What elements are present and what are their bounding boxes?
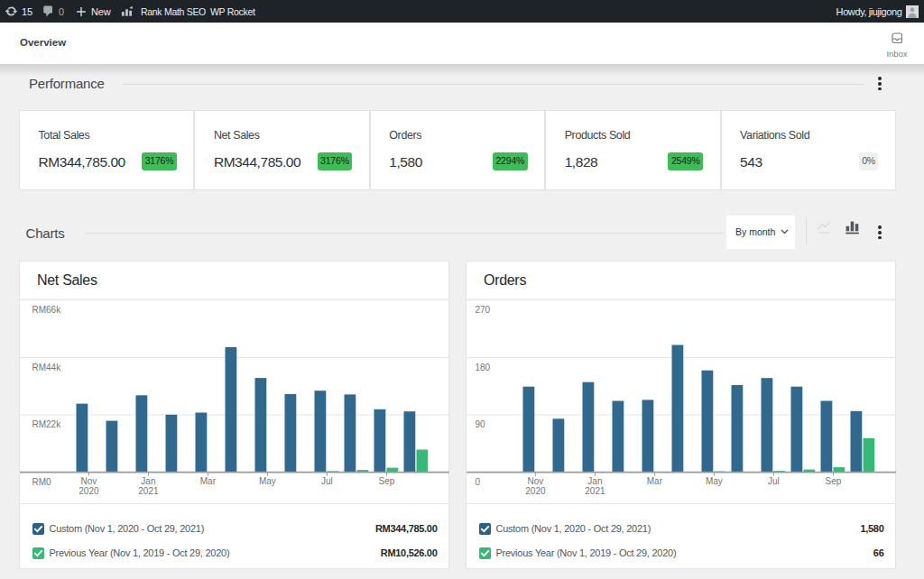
svg-text:Mar: Mar [200,476,217,486]
svg-text:2021: 2021 [585,486,605,496]
svg-text:270: 270 [476,305,491,315]
svg-text:0: 0 [476,477,481,487]
svg-text:May: May [259,476,276,486]
svg-text:RM22k: RM22k [32,419,62,429]
svg-text:Jul: Jul [768,476,780,486]
svg-text:Jul: Jul [321,476,333,486]
svg-text:Jan: Jan [141,476,155,486]
svg-text:Sep: Sep [379,476,395,486]
svg-text:RM44k: RM44k [32,363,62,372]
svg-text:2021: 2021 [138,486,159,496]
svg-text:Mar: Mar [647,476,663,486]
svg-text:2020: 2020 [525,486,546,496]
svg-text:May: May [706,476,723,486]
svg-text:RM0: RM0 [32,477,52,487]
svg-text:Sep: Sep [826,476,842,486]
svg-text:180: 180 [476,363,491,372]
svg-text:2020: 2020 [79,486,99,496]
svg-text:90: 90 [476,419,486,429]
svg-text:Nov: Nov [528,476,544,486]
svg-text:Jan: Jan [587,476,602,486]
svg-text:RM66k: RM66k [32,305,62,315]
svg-text:Nov: Nov [81,476,97,486]
